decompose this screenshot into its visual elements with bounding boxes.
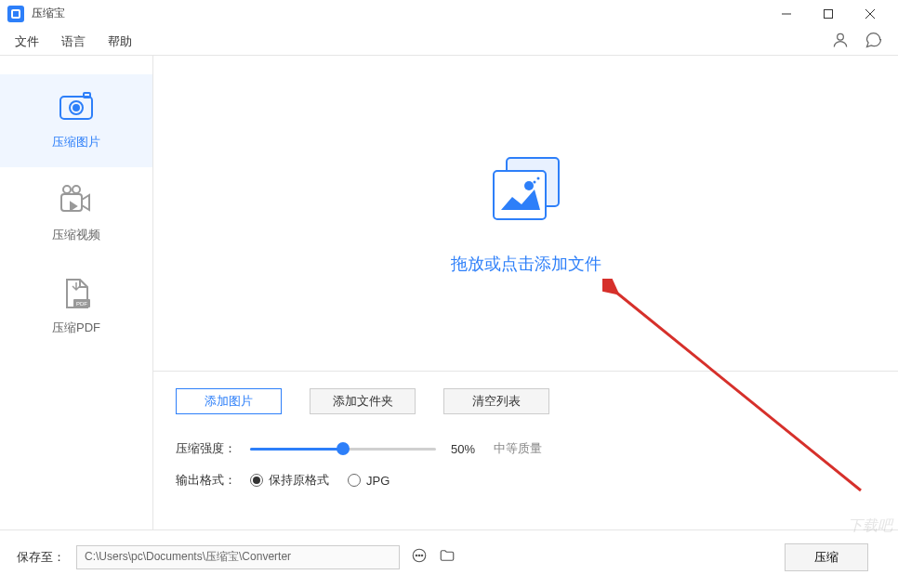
svg-point-4 [838,33,844,40]
menu-file[interactable]: 文件 [15,33,39,50]
sidebar-item-label: 压缩PDF [52,320,100,336]
clear-list-button[interactable]: 清空列表 [443,388,549,414]
format-label: 输出格式： [176,472,250,489]
radio-label: 保持原格式 [269,472,329,489]
compress-button[interactable]: 压缩 [785,543,868,571]
intensity-description: 中等质量 [494,440,542,457]
drop-zone[interactable]: 拖放或点击添加文件 [153,56,898,371]
sidebar-item-label: 压缩视频 [52,227,100,243]
svg-point-7 [73,105,79,111]
menubar: 文件 语言 帮助 [0,28,898,56]
menu-help[interactable]: 帮助 [108,33,132,50]
sidebar-item-pdf[interactable]: PDF 压缩PDF [0,260,152,353]
image-compress-icon [58,91,95,124]
radio-label: JPG [366,474,390,488]
feedback-icon[interactable] [865,31,883,53]
output-path-input[interactable] [76,545,400,569]
add-image-button[interactable]: 添加图片 [176,388,282,414]
svg-point-21 [418,555,420,556]
intensity-label: 压缩强度： [176,440,250,457]
format-jpg-radio[interactable]: JPG [348,474,390,488]
svg-point-20 [416,555,417,556]
format-keep-original-radio[interactable]: 保持原格式 [250,472,329,489]
svg-point-17 [533,180,535,183]
sidebar-item-image[interactable]: 压缩图片 [0,74,152,167]
save-to-label: 保存至： [17,549,65,566]
user-icon[interactable] [831,31,850,53]
svg-rect-8 [84,93,90,98]
app-icon [7,6,24,22]
sidebar-item-label: 压缩图片 [52,134,100,150]
radio-unchecked-icon [348,474,361,487]
pdf-compress-icon: PDF [58,277,95,310]
more-options-icon[interactable] [411,547,428,568]
svg-point-11 [73,186,80,193]
titlebar: 压缩宝 [0,0,898,28]
footer: 保存至： 压缩 [0,529,898,583]
main-panel: 拖放或点击添加文件 添加图片 添加文件夹 清空列表 压缩强度： 50% 中等质量… [153,56,898,529]
add-file-illustration-icon [484,152,568,230]
settings-panel: 添加图片 添加文件夹 清空列表 压缩强度： 50% 中等质量 输出格式： 保持 [153,371,898,529]
video-compress-icon [58,184,95,217]
svg-rect-1 [824,9,832,18]
menu-language[interactable]: 语言 [61,33,86,50]
app-title: 压缩宝 [32,6,65,21]
intensity-value: 50% [451,442,482,456]
sidebar-item-video[interactable]: 压缩视频 [0,167,152,260]
minimize-button[interactable] [765,0,807,28]
open-folder-icon[interactable] [439,547,456,568]
add-folder-button[interactable]: 添加文件夹 [310,388,416,414]
drop-zone-text: 拖放或点击添加文件 [451,253,601,275]
svg-point-18 [536,176,539,179]
close-button[interactable] [849,0,891,28]
svg-point-16 [524,181,534,190]
sidebar: 压缩图片 压缩视频 PDF [0,56,153,529]
svg-text:PDF: PDF [76,301,87,307]
svg-point-10 [63,186,71,193]
svg-point-22 [421,555,423,556]
radio-checked-icon [250,474,263,487]
maximize-button[interactable] [807,0,849,28]
intensity-slider[interactable] [250,448,436,451]
